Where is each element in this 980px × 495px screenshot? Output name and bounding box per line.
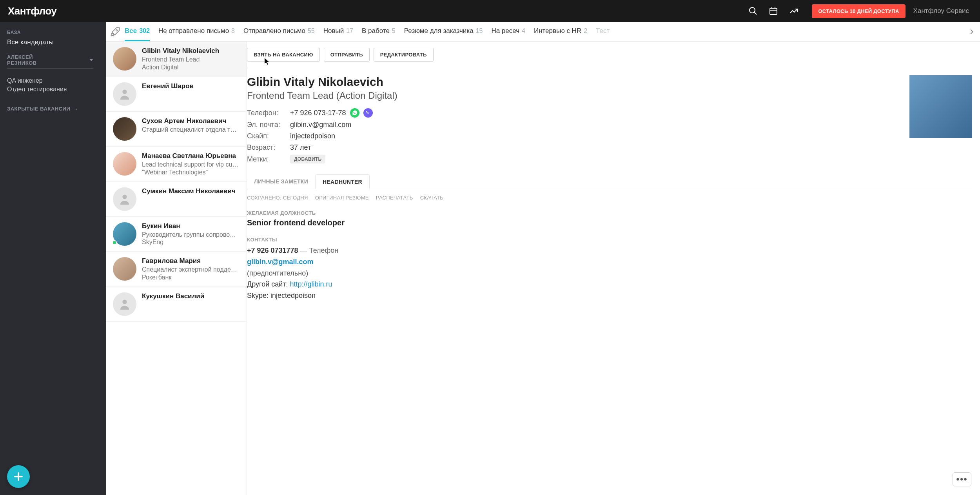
svg-point-9 [122,300,127,304]
avatar [113,117,136,141]
candidate-name: Сухов Артем Николаевич [142,117,240,125]
profile-title: Frontend Team Lead (Action Digital) [247,90,900,101]
status-tabs: Все302Не отправлено письмо8Отправлено пи… [106,22,980,42]
analytics-icon[interactable] [786,3,802,19]
viber-icon[interactable] [363,108,373,118]
candidate-company: Action Digital [142,64,240,71]
candidate-position: Старший специалист отдела те… [142,126,240,134]
candidate-name: Манаева Светлана Юрьевна [142,152,240,160]
age-label: Возраст: [247,143,290,152]
candidate-item[interactable]: Манаева Светлана ЮрьевнаLead technical s… [106,147,247,182]
contacts-label: КОНТАКТЫ [247,237,972,243]
tab-headhunter[interactable]: HEADHUNTER [315,174,370,189]
candidate-item[interactable]: Сухов Артем НиколаевичСтарший специалист… [106,112,247,147]
contact-preferred: (предпочтительно) [247,268,972,279]
svg-point-6 [116,29,118,31]
candidate-item[interactable]: Сумкин Максим Николаевич [106,182,247,217]
status-tab-count: 5 [392,27,396,34]
status-tab-4[interactable]: В работе5 [362,22,396,41]
vacancy-link-qa[interactable]: QA инженер [7,76,99,85]
status-tab-0[interactable]: Все302 [125,22,150,41]
candidate-position: Lead technical support for vip cu… [142,161,240,169]
svg-point-8 [122,194,127,199]
candidate-item[interactable]: Евгений Шаров [106,77,247,112]
avatar [113,187,136,211]
download-link[interactable]: СКАЧАТЬ [420,195,444,201]
top-bar: Хантфлоу ОСТАЛОСЬ 10 ДНЕЙ ДОСТУПА Хантфл… [0,0,980,22]
candidate-name: Glibin Vitaly Nikolaevich [142,47,240,55]
status-tab-count: 2 [584,27,587,34]
candidate-item[interactable]: Гаврилова МарияСпециалист экспертной под… [106,252,247,287]
candidate-position: Специалист экспертной подде… [142,266,240,274]
chevron-down-icon [89,59,93,61]
candidate-position: Frontend Team Lead [142,56,240,64]
sidebar-base-label: БАЗА [7,30,99,35]
sidebar-all-candidates[interactable]: Все кандидаты [7,38,99,46]
user-selector[interactable]: АЛЕКСЕЙ РЕЗНИКОВ [7,54,93,69]
status-tab-label: Интервью с HR [534,27,581,35]
avatar [113,82,136,106]
phone-value: +7 926 073-17-78 [290,109,346,117]
other-site-label: Другой сайт: [247,280,290,288]
status-tab-2[interactable]: Отправлено письмо55 [243,22,315,41]
status-tab-8[interactable]: Тест [596,22,610,41]
status-tab-count: 17 [346,27,353,34]
avatar [113,152,136,176]
tags-label: Метки: [247,155,290,163]
status-tab-label: Отправлено письмо [243,27,305,35]
original-resume-link[interactable]: ОРИГИНАЛ РЕЗЮМЕ [315,195,369,201]
status-tab-3[interactable]: Новый17 [323,22,353,41]
status-tab-label: Не отправлено письмо [158,27,229,35]
candidate-name: Сумкин Максим Николаевич [142,187,240,195]
send-button[interactable]: ОТПРАВИТЬ [324,48,370,62]
candidate-item[interactable]: Букин ИванРуководитель группы сопровож…S… [106,217,247,252]
rocket-icon[interactable] [110,26,121,37]
calendar-icon[interactable] [766,3,781,19]
chat-button[interactable]: ••• [953,472,971,486]
desired-position-value: Senior frontend developer [247,218,972,227]
svg-line-1 [754,12,757,15]
candidate-name: Гаврилова Мария [142,257,240,265]
status-tab-label: На ресеч [491,27,519,35]
saved-label: СОХРАНЕНО: СЕГОДНЯ [247,195,308,201]
avatar [113,292,136,316]
skype-label: Скайп: [247,132,290,140]
desired-position-label: ЖЕЛАЕМАЯ ДОЛЖНОСТЬ [247,210,972,216]
candidate-company: SkyEng [142,239,240,246]
status-tab-label: Резюме для заказчика [404,27,474,35]
sidebar: БАЗА Все кандидаты АЛЕКСЕЙ РЕЗНИКОВ QA и… [0,22,106,495]
status-tab-label: Тест [596,27,610,35]
service-link[interactable]: Хантфлоу Сервис [913,7,972,15]
user-name: АЛЕКСЕЙ РЕЗНИКОВ [7,54,58,66]
take-vacancy-button[interactable]: ВЗЯТЬ НА ВАКАНСИЮ [247,48,320,62]
status-tab-5[interactable]: Резюме для заказчика15 [404,22,483,41]
svg-rect-2 [770,8,777,15]
contact-email[interactable]: glibin.v@gmail.com [247,258,314,266]
trial-button[interactable]: ОСТАЛОСЬ 10 ДНЕЙ ДОСТУПА [812,4,905,18]
print-link[interactable]: РАСПЕЧАТАТЬ [376,195,413,201]
profile-photo [909,75,972,138]
candidate-detail: ВЗЯТЬ НА ВАКАНСИЮ ОТПРАВИТЬ РЕДАКТИРОВАТ… [247,42,980,495]
tab-personal-notes[interactable]: ЛИЧНЫЕ ЗАМЕТКИ [247,174,315,189]
candidate-item[interactable]: Glibin Vitaly NikolaevichFrontend Team L… [106,42,247,77]
closed-vacancies-link[interactable]: ЗАКРЫТЫЕ ВАКАНСИИ → [7,106,99,112]
candidate-name: Букин Иван [142,222,240,230]
status-tab-count: 302 [139,27,150,34]
candidate-item[interactable]: Кукушкин Василий [106,287,247,322]
arrow-right-icon: → [73,106,78,112]
contact-skype: Skype: injectedpoison [247,290,972,301]
status-tab-1[interactable]: Не отправлено письмо8 [158,22,235,41]
candidate-company: "Webinar Technologies" [142,169,240,176]
vacancy-link-testing-dept[interactable]: Отдел тестирования [7,85,99,94]
status-tab-6[interactable]: На ресеч4 [491,22,525,41]
phone-label: Телефон: [247,109,290,117]
candidate-list: Glibin Vitaly NikolaevichFrontend Team L… [106,42,247,495]
status-tab-7[interactable]: Интервью с HR2 [534,22,587,41]
whatsapp-icon[interactable] [350,108,359,118]
contact-site[interactable]: http://glibin.ru [290,280,332,288]
edit-button[interactable]: РЕДАКТИРОВАТЬ [374,48,434,62]
add-button[interactable] [7,465,30,488]
add-tag-button[interactable]: ДОБАВИТЬ [290,155,325,163]
tabs-next-button[interactable] [966,26,978,38]
search-icon[interactable] [745,3,761,19]
